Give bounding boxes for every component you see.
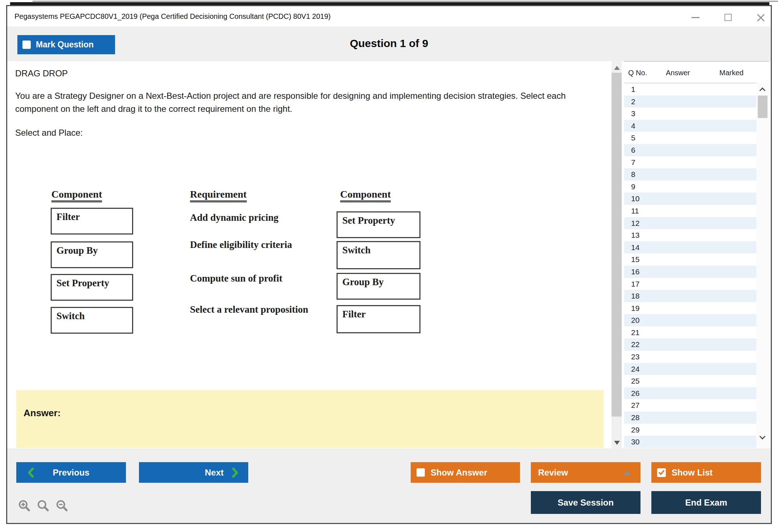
question-row[interactable]: 30 xyxy=(624,436,756,448)
question-counter: Question 1 of 9 xyxy=(7,37,771,50)
question-list-panel: Q No. Answer Marked 12345678910111213141… xyxy=(624,61,769,448)
next-button[interactable]: Next xyxy=(139,462,248,483)
component-box[interactable]: Group By xyxy=(51,241,133,268)
minimize-button[interactable] xyxy=(685,11,706,24)
title-bar: Pegasystems PEGAPCDC80V1_2019 (Pega Cert… xyxy=(7,6,771,26)
content-scrollbar[interactable] xyxy=(612,61,622,448)
question-row[interactable]: 9 xyxy=(624,181,756,193)
content-scrollbar-thumb[interactable] xyxy=(612,73,622,417)
component-box[interactable]: Group By xyxy=(337,273,420,300)
save-session-label: Save Session xyxy=(558,498,614,508)
question-row[interactable]: 11 xyxy=(624,205,756,217)
question-row[interactable]: 13 xyxy=(624,229,756,241)
zoom-toolbar xyxy=(17,499,69,514)
component-box[interactable]: Filter xyxy=(337,305,420,333)
review-label: Review xyxy=(538,468,568,478)
question-row[interactable]: 20 xyxy=(624,314,756,326)
question-row[interactable]: 5 xyxy=(624,132,756,144)
left-component-header: Component xyxy=(51,189,102,202)
requirement-label: Add dynamic pricing xyxy=(190,212,279,223)
question-list-rows: 1234567891011121314151617181920212223242… xyxy=(624,83,756,448)
question-row[interactable]: 21 xyxy=(624,326,756,339)
show-list-checkbox[interactable] xyxy=(657,468,666,477)
question-row[interactable]: 15 xyxy=(624,253,756,266)
question-type-label: DRAG DROP xyxy=(15,68,68,79)
question-row[interactable]: 27 xyxy=(624,399,756,411)
close-icon xyxy=(757,13,765,21)
close-button[interactable] xyxy=(750,11,771,24)
question-row[interactable]: 3 xyxy=(624,107,756,120)
question-row[interactable]: 4 xyxy=(624,120,756,132)
scroll-up-icon[interactable] xyxy=(614,66,620,70)
show-answer-checkbox[interactable] xyxy=(417,468,425,477)
question-row[interactable]: 10 xyxy=(624,193,756,205)
save-session-button[interactable]: Save Session xyxy=(531,491,640,514)
question-row[interactable]: 16 xyxy=(624,266,756,278)
chevron-left-icon xyxy=(26,467,36,478)
footer-bar: Previous Next Show Answer Review Show Li… xyxy=(7,448,771,523)
question-content: DRAG DROP You are a Strategy Designer on… xyxy=(7,61,611,448)
requirement-label: Select a relevant proposition xyxy=(190,304,308,315)
column-qno: Q No. xyxy=(628,69,647,77)
previous-button[interactable]: Previous xyxy=(16,462,126,483)
select-and-place-label: Select and Place: xyxy=(15,128,83,138)
zoom-out-icon[interactable] xyxy=(55,499,69,514)
show-list-button[interactable]: Show List xyxy=(651,462,761,483)
component-box[interactable]: Set Property xyxy=(337,211,420,238)
question-text: You are a Strategy Designer on a Next-Be… xyxy=(15,89,593,115)
question-list-header: Q No. Answer Marked xyxy=(624,62,756,83)
check-icon xyxy=(658,469,665,476)
next-label: Next xyxy=(205,468,224,478)
question-row[interactable]: 2 xyxy=(624,96,756,108)
triangle-up-icon xyxy=(623,470,631,475)
requirement-label: Compute sun of profit xyxy=(190,273,282,284)
component-box[interactable]: Switch xyxy=(51,307,133,334)
show-answer-button[interactable]: Show Answer xyxy=(411,462,520,483)
column-answer: Answer xyxy=(666,69,690,77)
question-row[interactable]: 24 xyxy=(624,363,756,375)
question-row[interactable]: 22 xyxy=(624,338,756,351)
requirement-header: Requirement xyxy=(190,189,247,202)
question-row[interactable]: 19 xyxy=(624,302,756,314)
maximize-button[interactable] xyxy=(717,11,739,24)
maximize-icon xyxy=(724,14,732,21)
answer-label: Answer: xyxy=(24,408,61,419)
question-row[interactable]: 18 xyxy=(624,290,756,302)
question-row[interactable]: 28 xyxy=(624,411,756,424)
show-answer-label: Show Answer xyxy=(431,468,487,478)
previous-label: Previous xyxy=(53,468,89,478)
scroll-down-icon[interactable] xyxy=(614,441,620,445)
window-title: Pegasystems PEGAPCDC80V1_2019 (Pega Cert… xyxy=(14,6,331,26)
component-box[interactable]: Switch xyxy=(337,241,420,269)
minimize-icon xyxy=(692,17,699,18)
list-scroll-down-icon[interactable] xyxy=(760,434,766,440)
column-marked: Marked xyxy=(719,69,744,77)
question-row[interactable]: 14 xyxy=(624,241,756,254)
list-scrollbar-thumb[interactable] xyxy=(758,96,768,118)
magnifier-icon[interactable] xyxy=(36,499,51,514)
question-row[interactable]: 6 xyxy=(624,144,756,156)
question-row[interactable]: 29 xyxy=(624,424,756,436)
component-box[interactable]: Filter xyxy=(51,208,133,235)
question-row[interactable]: 17 xyxy=(624,278,756,290)
right-component-header: Component xyxy=(340,189,391,202)
requirement-label: Define eligibility criteria xyxy=(190,239,292,250)
show-list-label: Show List xyxy=(672,468,713,478)
answer-area: Answer: xyxy=(16,390,604,448)
question-row[interactable]: 8 xyxy=(624,168,756,181)
question-row[interactable]: 25 xyxy=(624,375,756,387)
review-button[interactable]: Review xyxy=(531,462,640,483)
question-row[interactable]: 12 xyxy=(624,217,756,229)
screen-top-line xyxy=(33,1,778,2)
question-row[interactable]: 23 xyxy=(624,351,756,363)
list-scrollbar[interactable] xyxy=(756,83,769,448)
end-exam-button[interactable]: End Exam xyxy=(651,491,761,514)
question-row[interactable]: 26 xyxy=(624,387,756,400)
question-row[interactable]: 7 xyxy=(624,156,756,169)
zoom-in-icon[interactable] xyxy=(17,499,32,514)
list-scroll-up-icon[interactable] xyxy=(760,88,766,94)
header-bar: Mark Question Question 1 of 9 xyxy=(7,26,771,61)
app-window: Pegasystems PEGAPCDC80V1_2019 (Pega Cert… xyxy=(6,5,772,524)
question-row[interactable]: 1 xyxy=(624,83,756,96)
component-box[interactable]: Set Property xyxy=(51,274,133,301)
